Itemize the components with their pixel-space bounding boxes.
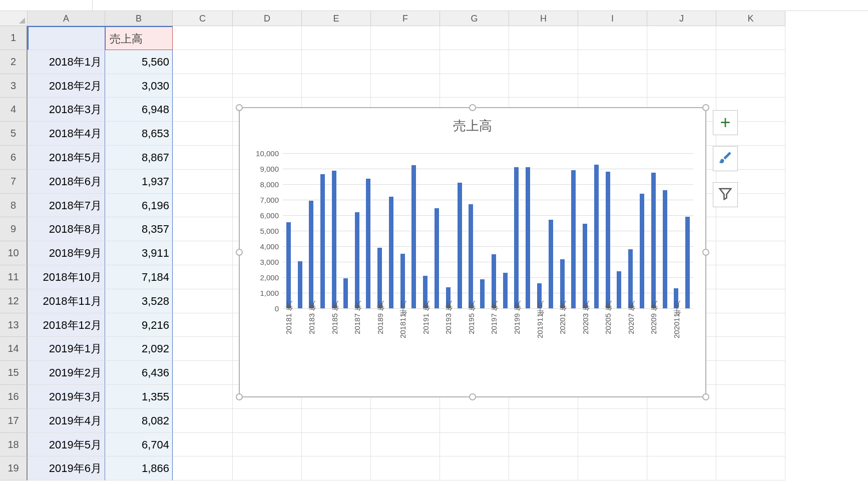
plot-area[interactable]: [283, 153, 693, 308]
cell-J1[interactable]: [647, 26, 716, 50]
cell-G2[interactable]: [440, 50, 509, 74]
cell-I19[interactable]: [578, 456, 647, 480]
bar-2019年7月[interactable]: [492, 254, 496, 309]
row-header-19[interactable]: 19: [0, 456, 28, 480]
cell-K3[interactable]: [716, 74, 785, 98]
row-header-8[interactable]: 8: [0, 194, 28, 218]
row-header-12[interactable]: 12: [0, 289, 28, 313]
cell-A15[interactable]: 2019年2月: [28, 361, 105, 385]
name-box[interactable]: [0, 0, 93, 11]
chart-title[interactable]: 売上高: [240, 108, 705, 138]
cell-C10[interactable]: [173, 241, 233, 265]
row-header-17[interactable]: 17: [0, 409, 28, 433]
cell-A11[interactable]: 2018年10月: [28, 265, 105, 289]
cell-K1[interactable]: [716, 26, 785, 50]
cell-C7[interactable]: [173, 170, 233, 194]
bar-2019年1月[interactable]: [423, 276, 427, 308]
cell-I17[interactable]: [578, 409, 647, 433]
bar-2019年2月[interactable]: [435, 208, 439, 308]
cell-D3[interactable]: [233, 74, 302, 98]
cell-B17[interactable]: 8,082: [105, 409, 173, 433]
cell-D2[interactable]: [233, 50, 302, 74]
row-header-10[interactable]: 10: [0, 241, 28, 265]
bar-2018年5月[interactable]: [332, 171, 336, 308]
row-header-15[interactable]: 15: [0, 361, 28, 385]
bar-2019年9月[interactable]: [514, 167, 519, 308]
bar-2019年10月[interactable]: [526, 167, 530, 308]
row-header-3[interactable]: 3: [0, 74, 28, 98]
row-header-5[interactable]: 5: [0, 122, 28, 146]
cell-F18[interactable]: [371, 433, 440, 457]
bar-2020年7月[interactable]: [628, 249, 633, 308]
cell-B7[interactable]: 1,937: [105, 170, 173, 194]
cell-E19[interactable]: [302, 456, 371, 480]
cell-B2[interactable]: 5,560: [105, 50, 173, 74]
cell-A6[interactable]: 2018年5月: [28, 146, 105, 170]
cell-B12[interactable]: 3,528: [105, 289, 173, 313]
bar-2020年4月[interactable]: [594, 165, 599, 308]
cell-I18[interactable]: [578, 433, 647, 457]
cell-F17[interactable]: [371, 409, 440, 433]
row-header-14[interactable]: 14: [0, 337, 28, 361]
cell-K9[interactable]: [716, 217, 785, 241]
resize-handle-sw[interactable]: [236, 393, 243, 400]
cell-B5[interactable]: 8,653: [105, 122, 173, 146]
cell-C4[interactable]: [173, 98, 233, 122]
cell-B9[interactable]: 8,357: [105, 217, 173, 241]
cell-E3[interactable]: [302, 74, 371, 98]
chart-object[interactable]: 売上高 01,0002,0003,0004,0005,0006,0007,000…: [239, 107, 706, 397]
cell-A16[interactable]: 2019年3月: [28, 385, 105, 409]
bar-2019年11月[interactable]: [537, 283, 542, 308]
cell-D17[interactable]: [233, 409, 302, 433]
bar-2019年6月[interactable]: [480, 279, 485, 308]
cell-C8[interactable]: [173, 194, 233, 218]
bar-2020年10月[interactable]: [663, 190, 667, 308]
col-header-D[interactable]: D: [233, 11, 302, 26]
bar-2020年9月[interactable]: [651, 173, 656, 308]
cell-J17[interactable]: [647, 409, 716, 433]
bar-2018年12月[interactable]: [411, 165, 416, 308]
cell-A12[interactable]: 2018年11月: [28, 289, 105, 313]
cell-K16[interactable]: [716, 385, 785, 409]
cell-B6[interactable]: 8,867: [105, 146, 173, 170]
cell-K10[interactable]: [716, 241, 785, 265]
cell-H2[interactable]: [509, 50, 578, 74]
bar-2020年5月[interactable]: [606, 172, 610, 308]
cell-A7[interactable]: 2018年6月: [28, 170, 105, 194]
formula-input[interactable]: [93, 0, 868, 11]
row-header-16[interactable]: 16: [0, 385, 28, 409]
col-header-G[interactable]: G: [440, 11, 509, 26]
cell-A14[interactable]: 2019年1月: [28, 337, 105, 361]
col-header-K[interactable]: K: [716, 11, 785, 26]
cell-B8[interactable]: 6,196: [105, 194, 173, 218]
cell-B3[interactable]: 3,030: [105, 74, 173, 98]
cell-B1[interactable]: 売上高: [105, 26, 173, 50]
cell-F1[interactable]: [371, 26, 440, 50]
cell-A10[interactable]: 2018年9月: [28, 241, 105, 265]
cell-C5[interactable]: [173, 122, 233, 146]
cell-D19[interactable]: [233, 456, 302, 480]
cell-J3[interactable]: [647, 74, 716, 98]
row-header-2[interactable]: 2: [0, 50, 28, 74]
bar-2019年5月[interactable]: [469, 204, 473, 308]
bar-2020年12月[interactable]: [685, 217, 690, 308]
bar-2018年11月[interactable]: [400, 254, 405, 308]
cell-C3[interactable]: [173, 74, 233, 98]
cell-A2[interactable]: 2018年1月: [28, 50, 105, 74]
resize-handle-se[interactable]: [702, 393, 709, 400]
cell-A4[interactable]: 2018年3月: [28, 98, 105, 122]
chart-elements-button[interactable]: +: [713, 110, 738, 135]
cell-B11[interactable]: 7,184: [105, 265, 173, 289]
cell-H3[interactable]: [509, 74, 578, 98]
cell-K13[interactable]: [716, 313, 785, 337]
bar-2020年6月[interactable]: [617, 271, 621, 308]
cell-H17[interactable]: [509, 409, 578, 433]
bar-2020年2月[interactable]: [571, 170, 576, 308]
cell-A18[interactable]: 2019年5月: [28, 433, 105, 457]
cell-C14[interactable]: [173, 337, 233, 361]
cell-C17[interactable]: [173, 409, 233, 433]
cell-H18[interactable]: [509, 433, 578, 457]
cell-A17[interactable]: 2019年4月: [28, 409, 105, 433]
row-header-9[interactable]: 9: [0, 217, 28, 241]
cell-B15[interactable]: 6,436: [105, 361, 173, 385]
